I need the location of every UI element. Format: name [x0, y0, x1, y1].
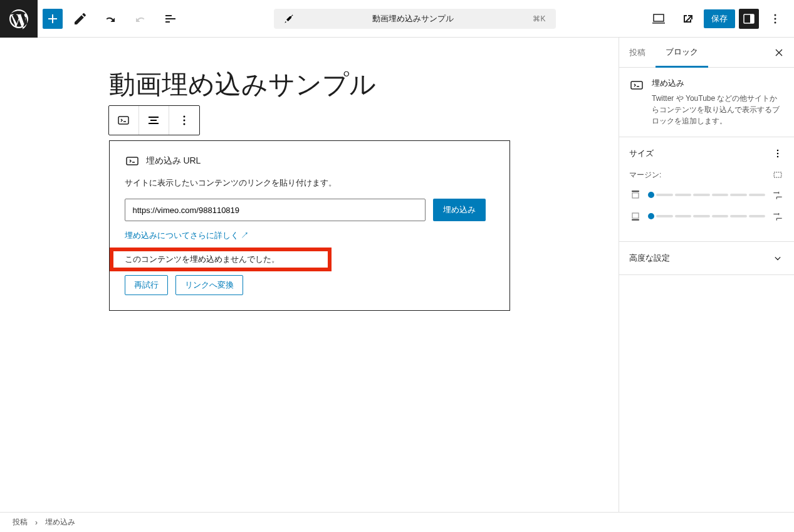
embed-icon [629, 78, 644, 93]
view-post-button[interactable] [675, 6, 700, 31]
size-panel: サイズ マージン: [619, 137, 794, 242]
block-toolbar [108, 105, 200, 135]
svg-point-4 [775, 21, 776, 23]
document-title-bar[interactable]: 動画埋め込みサンプル ⌘K [274, 9, 556, 29]
size-panel-title: サイズ [629, 148, 654, 159]
toolbar-left [38, 6, 183, 31]
embed-submit-button[interactable]: 埋め込み [433, 199, 486, 221]
margin-label: マージン: [629, 170, 661, 180]
advanced-panel-title: 高度な設定 [629, 253, 670, 264]
options-button[interactable] [763, 6, 788, 31]
panel-options-icon[interactable] [771, 147, 784, 160]
editor-area: 動画埋め込みサンプル 埋め込み URL サイトに表示したいコン [0, 38, 619, 512]
sidebar-tabs: 投稿 ブロック [619, 38, 794, 68]
unlink-sides-icon[interactable] [771, 169, 784, 181]
block-card-description: Twitter や YouTube などの他サイトからコンテンツを取り込んで表示… [652, 93, 784, 127]
svg-rect-9 [127, 157, 138, 165]
shortcut-label: ⌘K [533, 14, 545, 23]
margin-top-icon [629, 189, 642, 201]
pen-icon [284, 14, 294, 24]
advanced-panel[interactable]: 高度な設定 [619, 242, 794, 275]
editor-content: 動画埋め込みサンプル 埋め込み URL サイトに表示したいコン [109, 69, 510, 311]
embed-learn-more-link[interactable]: 埋め込みについてさらに詳しく ↗ [125, 230, 494, 241]
svg-point-3 [775, 18, 776, 19]
toolbar-center: 動画埋め込みサンプル ⌘K [183, 9, 646, 29]
undo-button[interactable] [98, 6, 123, 31]
svg-rect-1 [750, 14, 754, 23]
embed-form: 埋め込み [125, 199, 494, 221]
custom-value-icon[interactable] [771, 210, 784, 222]
svg-point-13 [777, 156, 779, 158]
margin-bottom-icon [629, 210, 642, 222]
block-type-button[interactable] [109, 106, 139, 135]
block-card: 埋め込み Twitter や YouTube などの他サイトからコンテンツを取り… [619, 68, 794, 137]
svg-point-11 [777, 150, 779, 152]
advanced-panel-header[interactable]: 高度な設定 [629, 252, 784, 264]
redo-button[interactable] [128, 6, 153, 31]
embed-header-title: 埋め込み URL [146, 155, 201, 167]
wordpress-logo[interactable] [0, 0, 38, 38]
svg-point-6 [183, 116, 185, 118]
embed-actions: 再試行 リンクへ変換 [125, 275, 494, 295]
sidebar-close-button[interactable] [764, 38, 794, 68]
breadcrumb-root[interactable]: 投稿 [13, 517, 28, 528]
embed-url-input[interactable] [125, 199, 426, 221]
margin-top-control[interactable] [629, 189, 784, 201]
block-card-title: 埋め込み [652, 78, 784, 89]
size-panel-header: サイズ [629, 147, 784, 160]
margin-row: マージン: [629, 169, 784, 181]
main-layout: 動画埋め込みサンプル 埋め込み URL サイトに表示したいコン [0, 38, 794, 512]
svg-rect-14 [774, 172, 781, 177]
svg-rect-10 [631, 81, 642, 89]
block-align-button[interactable] [139, 106, 169, 135]
preview-button[interactable] [646, 6, 671, 31]
toolbar-right: 保存 [646, 6, 794, 31]
save-button[interactable]: 保存 [704, 9, 735, 28]
tab-block[interactable]: ブロック [656, 38, 708, 68]
spacing-track[interactable] [648, 213, 765, 219]
convert-link-button[interactable]: リンクへ変換 [175, 275, 243, 295]
embed-block: 埋め込み URL サイトに表示したいコンテンツのリンクを貼り付けます。 埋め込み… [109, 140, 510, 311]
svg-point-12 [777, 153, 779, 155]
post-title[interactable]: 動画埋め込みサンプル [109, 69, 510, 100]
document-title-text: 動画埋め込みサンプル [301, 13, 526, 24]
close-icon [773, 46, 785, 59]
document-overview-button[interactable] [158, 6, 183, 31]
margin-bottom-control[interactable] [629, 210, 784, 222]
tools-button[interactable] [68, 6, 93, 31]
embed-header: 埋め込み URL [125, 154, 494, 169]
svg-rect-18 [632, 219, 639, 221]
svg-point-8 [183, 123, 185, 125]
chevron-down-icon [771, 252, 784, 264]
custom-value-icon[interactable] [771, 189, 784, 201]
svg-rect-17 [632, 213, 639, 218]
spacing-track[interactable] [648, 192, 765, 198]
footer-breadcrumb: 投稿 › 埋め込み [0, 512, 794, 532]
add-block-button[interactable] [43, 9, 63, 29]
tab-post[interactable]: 投稿 [619, 38, 656, 68]
svg-point-2 [775, 14, 776, 16]
sidebar: 投稿 ブロック 埋め込み Twitter や YouTube などの他サイトから… [619, 38, 794, 512]
top-toolbar: 動画埋め込みサンプル ⌘K 保存 [0, 0, 794, 38]
embed-instruction: サイトに表示したいコンテンツのリンクを貼り付けます。 [125, 177, 494, 189]
retry-button[interactable]: 再試行 [125, 275, 168, 295]
svg-rect-16 [632, 190, 639, 192]
svg-point-7 [183, 120, 185, 122]
svg-rect-5 [118, 117, 128, 124]
embed-icon [125, 154, 140, 169]
svg-rect-15 [632, 193, 639, 198]
embed-error-message: このコンテンツを埋め込めませんでした。 [125, 254, 494, 265]
block-options-button[interactable] [169, 106, 199, 135]
sidebar-toggle-button[interactable] [739, 9, 759, 29]
breadcrumb-separator: › [35, 518, 38, 527]
breadcrumb-current[interactable]: 埋め込み [45, 517, 75, 528]
